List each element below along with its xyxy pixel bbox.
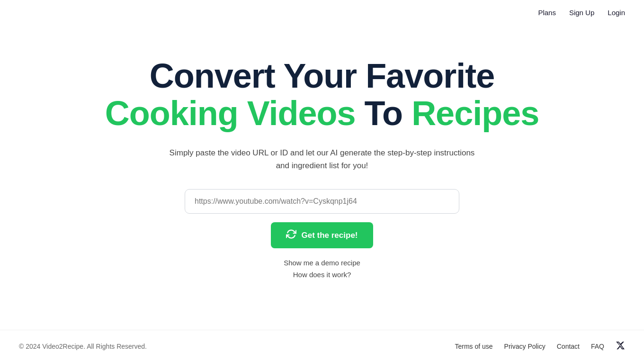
footer-copyright: © 2024 Video2Recipe. All Rights Reserved…: [19, 343, 147, 350]
twitter-link[interactable]: [616, 341, 625, 352]
get-recipe-button[interactable]: Get the recipe!: [271, 222, 373, 248]
hero-title-recipes: Recipes: [411, 94, 539, 132]
footer-contact[interactable]: Contact: [557, 343, 580, 350]
hero-subtitle: Simply paste the video URL or ID and let…: [166, 146, 478, 172]
get-recipe-label: Get the recipe!: [301, 231, 358, 240]
main-content: Convert Your Favorite Cooking Videos To …: [0, 25, 644, 330]
demo-link[interactable]: Show me a demo recipe: [284, 259, 360, 267]
hero-title-line1: Convert Your Favorite: [105, 57, 539, 95]
footer-faq[interactable]: FAQ: [591, 343, 604, 350]
site-footer: © 2024 Video2Recipe. All Rights Reserved…: [0, 330, 644, 362]
twitter-icon: [616, 341, 625, 350]
url-input-wrapper: [185, 189, 459, 214]
refresh-icon: [286, 229, 296, 242]
nav-signup[interactable]: Sign Up: [569, 9, 594, 17]
footer-terms[interactable]: Terms of use: [455, 343, 492, 350]
how-it-works-link[interactable]: How does it work?: [293, 271, 351, 279]
site-header: Plans Sign Up Login: [0, 0, 644, 25]
url-input[interactable]: [195, 197, 449, 206]
hero-title: Convert Your Favorite Cooking Videos To …: [105, 57, 539, 132]
hero-title-videos: Videos: [247, 94, 356, 132]
hero-title-to: To: [364, 94, 402, 132]
hero-title-line2: Cooking Videos To Recipes: [105, 95, 539, 132]
footer-links: Terms of use Privacy Policy Contact FAQ: [455, 341, 625, 352]
nav-plans[interactable]: Plans: [538, 9, 556, 17]
footer-privacy[interactable]: Privacy Policy: [504, 343, 546, 350]
nav-login[interactable]: Login: [608, 9, 625, 17]
hero-title-cooking: Cooking: [105, 94, 238, 132]
